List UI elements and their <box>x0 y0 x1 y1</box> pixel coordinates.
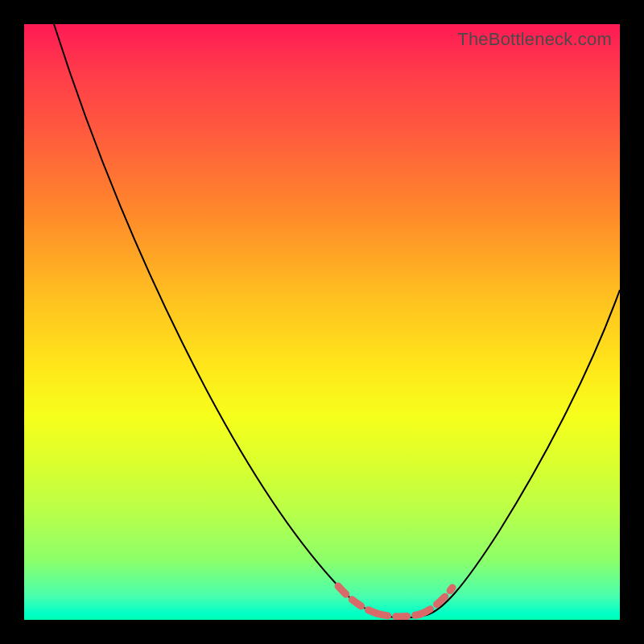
highlight-segment-left <box>338 586 377 613</box>
highlight-segment-bottom <box>377 613 420 617</box>
bottleneck-curve <box>54 24 620 617</box>
plot-area: TheBottleneck.com <box>24 24 620 620</box>
chart-frame: TheBottleneck.com <box>0 0 644 644</box>
curve-svg <box>24 24 620 620</box>
